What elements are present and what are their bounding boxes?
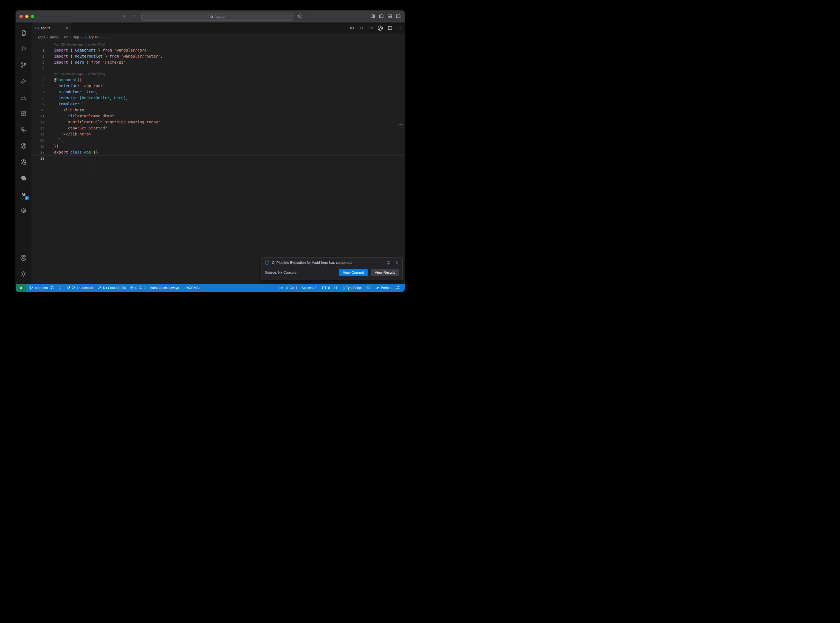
status-branch[interactable]: add-hero [28,284,56,292]
status-vim-mode[interactable]: -- NORMAL -- [181,284,206,292]
panel-right-icon[interactable] [396,14,401,18]
record-icon[interactable] [359,26,364,31]
code-text[interactable]: title="Welcmoe demo" [45,114,114,118]
code-token: } [105,54,107,58]
code-text[interactable]: import { Component } from '@angular/core… [45,48,151,52]
code-text[interactable]: standalone: true, [45,90,98,94]
sidebar-item-project-graph[interactable] [18,140,30,152]
status-problems[interactable]: 00 [128,284,147,292]
zoom-window-button[interactable] [31,15,34,18]
status-notifications[interactable] [394,284,402,292]
line-number[interactable]: 15 [31,138,45,142]
line-number[interactable]: 18 [31,156,45,160]
close-window-button[interactable] [20,15,23,18]
sidebar-item-hierarchy[interactable] [18,123,30,136]
line-number[interactable]: 17 [31,150,45,154]
code-token: from [100,48,112,52]
line-number[interactable]: 11 [31,114,45,118]
sidebar-item-search[interactable] [18,43,30,55]
panel-left-icon[interactable] [379,14,384,18]
sidebar-item-graph-search[interactable] [18,156,30,168]
line-number[interactable]: 10 [31,108,45,112]
sidebar-item-explorer[interactable] [18,26,30,39]
sidebar-item-run-debug[interactable] [18,75,30,87]
code-text[interactable]: `, [45,138,63,142]
code-text[interactable]: import { RouterOutlet } from '@angular/r… [45,54,163,58]
step-forward-icon[interactable] [368,26,373,31]
status-cursor-position[interactable]: Ln 18, Col 1 [277,284,299,292]
editor[interactable]: You, 26 minutes ago | 1 author (You)1imp… [31,42,405,284]
code-text[interactable]: imports: [RouterOutlet, Hero], [45,96,128,100]
copilot-icon[interactable] [298,14,303,18]
code-text[interactable]: import { Hero } from '@acme/ui'; [45,60,128,64]
status-indentation[interactable]: Spaces: 2 [299,284,318,292]
sidebar-item-nx-console[interactable]: N› 2 [18,188,30,201]
status-encoding[interactable]: UTF-8 [319,284,332,292]
run-graph-icon[interactable] [378,25,383,31]
view-results-button[interactable]: View Results [371,269,399,276]
remote-indicator[interactable] [15,284,27,292]
line-number[interactable]: 13 [31,126,45,130]
status-eol[interactable]: LF [332,284,340,292]
command-center-search[interactable]: acme [141,12,293,21]
warning-icon [138,286,142,290]
notification-settings-gear-icon[interactable] [386,261,391,265]
tab-app-ts[interactable]: TS app.ts [32,23,71,34]
minimize-window-button[interactable] [25,15,29,18]
breadcrumb-item[interactable]: src [64,35,68,39]
status-compare[interactable] [56,284,64,292]
split-editor-icon[interactable] [388,26,393,31]
line-number[interactable]: 4 [31,66,45,71]
code-text[interactable]: <lib-hero [45,108,84,112]
code-text[interactable]: selector: 'app-root', [45,84,107,88]
status-copilot[interactable] [364,284,373,292]
account-button[interactable] [18,252,30,264]
sidebar-item-containers[interactable] [18,204,30,217]
forward-arrow-icon[interactable] [131,14,136,18]
back-arrow-icon[interactable] [123,14,127,18]
close-notification-icon[interactable] [395,261,399,265]
code-text[interactable]: @Component({ [45,78,82,82]
line-number[interactable]: 16 [31,144,45,148]
code-text[interactable]: cta="Get Started" [45,126,107,130]
line-number[interactable]: 7 [31,90,45,94]
status-prettier[interactable]: Prettier [373,284,393,292]
notification-toast: CI Pipeline Execution for #add-hero has … [261,257,403,280]
breadcrumb-item[interactable]: demo [50,35,58,39]
line-number[interactable]: 8 [31,96,45,100]
status-nx-cloud-ai-fix[interactable]: Nx Cloud AI Fix [95,284,127,292]
line-number[interactable]: 2 [31,54,45,58]
line-number[interactable]: 1 [31,48,45,52]
breadcrumb-item-symbol[interactable]: … [103,35,106,39]
line-number[interactable]: 6 [31,84,45,88]
sidebar-item-extensions[interactable] [18,107,30,120]
chevron-down-icon[interactable] [304,15,306,18]
customize-layout-icon[interactable] [370,14,375,18]
breadcrumb-item[interactable]: app [73,35,79,39]
code-text[interactable]: ></lib-hero> [45,132,91,136]
line-number[interactable]: 9 [31,102,45,106]
sidebar-item-testing[interactable] [18,91,30,104]
view-commit-button[interactable]: View Commit [339,269,368,276]
code-token: 'app-root' [82,84,105,88]
more-actions-icon[interactable] [397,26,401,30]
status-launchpad[interactable]: Launchpad [64,284,95,292]
status-language[interactable]: {}TypeScript [341,284,364,292]
close-tab-icon[interactable] [65,26,69,30]
breadcrumb-item[interactable]: apps [38,35,45,39]
line-number[interactable]: 5 [31,78,45,82]
status-auto-attach[interactable]: Auto Attach: Always [148,284,181,292]
line-number[interactable]: 14 [31,132,45,136]
line-number[interactable]: 3 [31,60,45,64]
code-text[interactable]: template: ` [45,102,84,106]
line-number[interactable]: 12 [31,120,45,124]
code-text[interactable]: }) [45,144,59,148]
sidebar-item-console-swirl[interactable] [18,172,30,184]
step-back-icon[interactable] [350,26,355,31]
code-token [68,150,70,154]
panel-bottom-icon[interactable] [387,14,392,18]
sidebar-item-source-control[interactable] [18,59,30,71]
code-text[interactable]: subtitle="Build something amazing today" [45,120,160,124]
settings-button[interactable] [18,268,30,280]
breadcrumb-item-file[interactable]: TS app.ts [84,35,98,39]
